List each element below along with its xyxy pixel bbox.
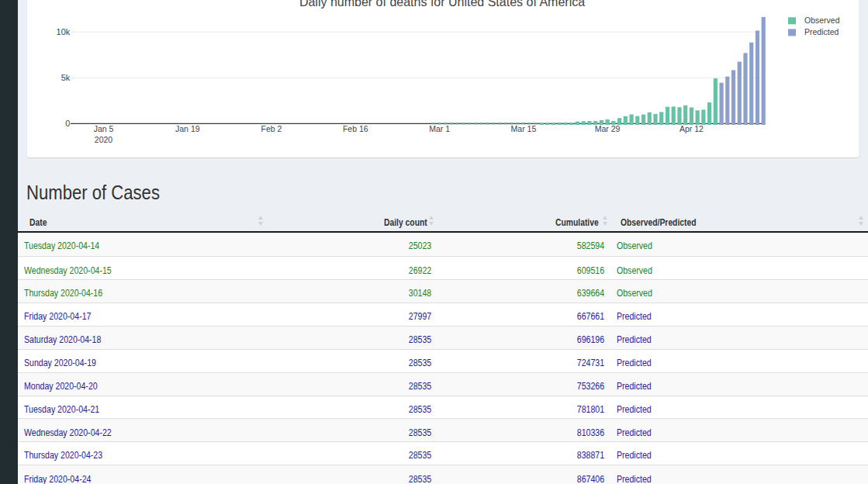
svg-text:Mar 15: Mar 15	[511, 124, 537, 133]
svg-text:Observed: Observed	[804, 16, 840, 25]
svg-text:0: 0	[65, 119, 70, 128]
svg-text:2020: 2020	[95, 135, 113, 144]
svg-text:Mar 1: Mar 1	[429, 124, 450, 133]
svg-text:Daily number of deaths for Uni: Daily number of deaths for United States…	[299, 0, 585, 9]
svg-text:10k: 10k	[57, 27, 71, 36]
svg-text:Feb 16: Feb 16	[343, 124, 368, 133]
svg-text:Jan 5: Jan 5	[94, 124, 114, 133]
svg-text:5k: 5k	[61, 73, 71, 82]
svg-text:Predicted: Predicted	[804, 27, 839, 36]
svg-text:Apr 12: Apr 12	[680, 124, 704, 133]
svg-text:Feb 2: Feb 2	[261, 124, 282, 133]
svg-text:Jan 19: Jan 19	[175, 124, 200, 133]
svg-text:Mar 29: Mar 29	[595, 124, 621, 133]
